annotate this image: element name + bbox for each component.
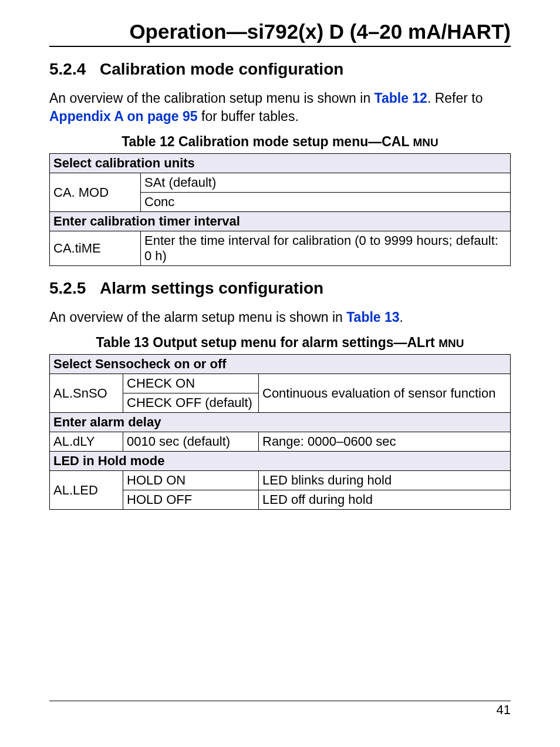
table-cell: CHECK ON bbox=[123, 374, 259, 393]
section-524-body: An overview of the calibration setup men… bbox=[49, 89, 511, 126]
table-header-cell: LED in Hold mode bbox=[50, 452, 511, 471]
table-row: LED in Hold mode bbox=[50, 452, 511, 471]
table-cell: 0010 sec (default) bbox=[123, 432, 259, 452]
table-cell: HOLD ON bbox=[123, 471, 259, 490]
table-header-cell: Enter alarm delay bbox=[50, 413, 511, 432]
table-13: Select Sensocheck on or off AL.SnSO CHEC… bbox=[49, 354, 511, 510]
link-appendix-a[interactable]: Appendix A on page 95 bbox=[49, 109, 198, 124]
table-cell: AL.dLY bbox=[50, 432, 123, 452]
table-row: Enter alarm delay bbox=[50, 413, 511, 432]
table-header-cell: Enter calibration timer interval bbox=[50, 212, 511, 231]
table-cell: Conc bbox=[141, 193, 511, 212]
caption-text: Table 12 Calibration mode setup menu—CAL bbox=[122, 134, 413, 149]
page-footer: 41 bbox=[49, 701, 511, 718]
section-title: Calibration mode configuration bbox=[100, 60, 343, 79]
table-cell: AL.SnSO bbox=[50, 374, 123, 413]
table-row: Select Sensocheck on or off bbox=[50, 355, 511, 374]
table-header-cell: Select Sensocheck on or off bbox=[50, 355, 511, 374]
caption-text: Table 13 Output setup menu for alarm set… bbox=[96, 335, 439, 350]
text-fragment: . Refer to bbox=[427, 90, 483, 106]
table-row: Select calibration units bbox=[50, 154, 511, 173]
section-title: Alarm settings configuration bbox=[100, 279, 323, 298]
table-row: CA.tiME Enter the time interval for cali… bbox=[50, 231, 511, 266]
table-row: AL.dLY 0010 sec (default) Range: 0000–06… bbox=[50, 432, 511, 452]
caption-smallcaps: MNU bbox=[413, 136, 438, 149]
table-cell: Continuous evaluation of sensor function bbox=[259, 374, 511, 413]
section-525-body: An overview of the alarm setup menu is s… bbox=[49, 308, 511, 327]
page-number: 41 bbox=[497, 702, 511, 717]
table-cell: CHECK OFF (default) bbox=[123, 393, 259, 413]
page-header-title: Operation—si792(x) D (4–20 mA/HART) bbox=[49, 20, 511, 47]
table-13-caption: Table 13 Output setup menu for alarm set… bbox=[49, 335, 511, 351]
caption-smallcaps: MNU bbox=[438, 337, 464, 349]
text-fragment: An overview of the calibration setup men… bbox=[49, 90, 375, 106]
table-cell: CA.tiME bbox=[50, 231, 141, 266]
table-cell: LED blinks during hold bbox=[259, 471, 511, 490]
table-12: Select calibration units CA. MOD SAt (de… bbox=[49, 153, 511, 266]
table-header-cell: Select calibration units bbox=[50, 154, 511, 173]
table-row: Enter calibration timer interval bbox=[50, 212, 511, 231]
table-cell: Range: 0000–0600 sec bbox=[259, 432, 511, 452]
text-fragment: An overview of the alarm setup menu is s… bbox=[49, 309, 346, 325]
table-cell: SAt (default) bbox=[141, 173, 511, 193]
section-heading-524: 5.2.4 Calibration mode configuration bbox=[49, 60, 511, 79]
table-cell: CA. MOD bbox=[50, 173, 141, 212]
table-cell: LED off during hold bbox=[259, 490, 511, 510]
section-number: 5.2.4 bbox=[49, 60, 100, 79]
text-fragment: . bbox=[400, 309, 403, 325]
table-row: CA. MOD SAt (default) bbox=[50, 173, 511, 193]
table-row: AL.SnSO CHECK ON Continuous evaluation o… bbox=[50, 374, 511, 393]
link-table-13[interactable]: Table 13 bbox=[346, 309, 399, 325]
table-12-caption: Table 12 Calibration mode setup menu—CAL… bbox=[49, 134, 511, 150]
table-cell: Enter the time interval for calibration … bbox=[141, 231, 511, 266]
table-cell: AL.LED bbox=[50, 471, 123, 510]
table-row: AL.LED HOLD ON LED blinks during hold bbox=[50, 471, 511, 490]
table-cell: HOLD OFF bbox=[123, 490, 259, 510]
section-number: 5.2.5 bbox=[49, 279, 100, 298]
link-table-12[interactable]: Table 12 bbox=[375, 90, 427, 106]
section-heading-525: 5.2.5 Alarm settings configuration bbox=[49, 279, 511, 298]
text-fragment: for buffer tables. bbox=[198, 109, 299, 124]
